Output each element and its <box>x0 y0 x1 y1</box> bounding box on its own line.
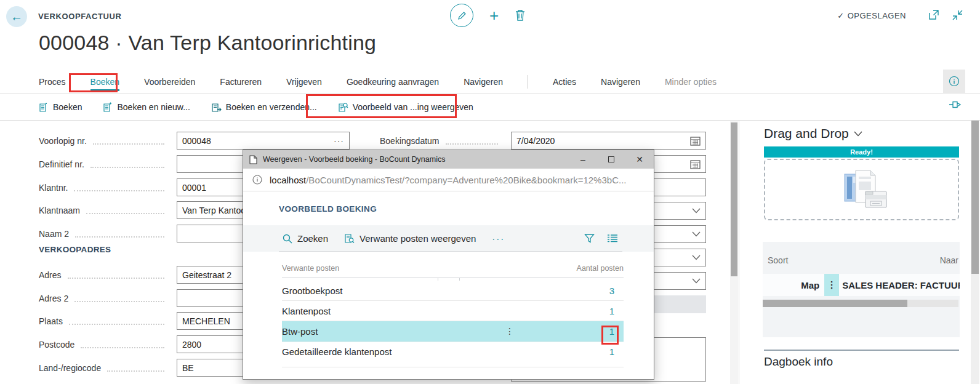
delete-button[interactable] <box>515 9 526 22</box>
field-label-naam-2: Naam 2 <box>39 225 169 242</box>
breadcrumb: VERKOOPFACTUUR <box>38 12 122 21</box>
field-label-adres: Adres <box>39 266 169 284</box>
col-soort: Soort <box>768 255 788 265</box>
action-boeken-en-nieuw[interactable]: Boeken en nieuw... <box>103 102 190 113</box>
assist-edit-button[interactable]: ··· <box>334 136 344 146</box>
mapping-table: Soort Naar Map ⋮ SALES HEADER: FACTUUR,0… <box>763 242 960 337</box>
plus-icon: + <box>489 6 499 25</box>
entry-count-link[interactable]: 1 <box>605 346 614 357</box>
entry-count-link[interactable]: 1 <box>605 326 614 337</box>
tab-factureren[interactable]: Factureren <box>220 71 262 92</box>
action-boeken[interactable]: Boeken <box>39 102 82 113</box>
post-send-doc-icon <box>211 102 222 113</box>
panel-scrollbar[interactable] <box>971 121 979 384</box>
popup-title: Weergeven - Voorbeeld boeking - BoCount … <box>263 155 445 164</box>
voorlopig-nr-input[interactable]: 000048 ··· <box>177 132 350 150</box>
row-menu-button[interactable]: ⋮ <box>824 274 839 296</box>
collapse-icon <box>952 10 963 20</box>
tab-voorbereiden[interactable]: Voorbereiden <box>144 71 195 92</box>
maximize-button[interactable] <box>597 150 625 169</box>
ellipsis-v-icon: ⋮ <box>827 279 837 290</box>
maximize-icon <box>608 156 614 162</box>
ribbon: Proces Boeken Voorbereiden Factureren Vr… <box>0 70 980 94</box>
table-header-line <box>282 278 624 278</box>
action-boeken-en-verzenden[interactable]: Boeken en verzenden... <box>211 102 317 113</box>
action-voorbeeld-weergeven[interactable]: Voorbeeld van ...ing weergeven <box>338 102 473 113</box>
dragdrop-header[interactable]: Drag and Drop <box>764 126 862 141</box>
table-row[interactable]: Gedetailleerde klantenpost 1 <box>282 342 624 362</box>
back-button[interactable]: ← <box>6 6 27 27</box>
ellipsis-v-icon: ⋮ <box>505 326 514 336</box>
field-label-voorlopig-nr: Voorlopig nr. <box>39 132 169 150</box>
new-button[interactable]: + <box>489 7 499 23</box>
mapping-row[interactable]: Map ⋮ SALES HEADER: FACTUUR,0... <box>763 274 960 296</box>
tab-proces[interactable]: Proces <box>39 71 66 92</box>
trash-icon <box>515 9 526 22</box>
popup-titlebar[interactable]: Weergeven - Voorbeeld boeking - BoCount … <box>243 150 654 169</box>
progress-bar <box>763 300 958 307</box>
panel-scrollbar-thumb[interactable] <box>971 121 979 274</box>
action-bar: Boeken Boeken en nieuw... Boeken en verz… <box>0 94 980 121</box>
chevron-down-icon <box>692 255 701 260</box>
open-in-window-button[interactable] <box>928 10 939 20</box>
tab-acties[interactable]: Acties <box>553 71 576 92</box>
popup-toolbar: Zoeken Verwante posten weergeven ··· <box>243 225 654 252</box>
tab-minder-opties[interactable]: Minder opties <box>665 71 717 92</box>
main-scrollbar-thumb[interactable] <box>731 122 737 276</box>
boekingsdatum-input[interactable]: 7/04/2020 <box>511 132 706 150</box>
calendar-icon[interactable] <box>690 136 701 146</box>
save-status-label: OPGESLAGEN <box>848 11 906 20</box>
field-label-boekingsdatum: Boekingsdatum <box>380 132 503 150</box>
filter-icon[interactable] <box>584 233 595 244</box>
list-view-icon[interactable] <box>607 234 618 243</box>
post-doc-icon <box>39 102 49 113</box>
mapping-type: Map <box>763 280 819 290</box>
page-title: 000048 · Van Terp Kantoorinrichting <box>39 31 376 55</box>
edit-button[interactable] <box>450 4 473 27</box>
ready-status-bar: Ready! <box>764 146 959 158</box>
field-label-klantnr: Klantnr. <box>39 178 169 196</box>
main-scrollbar[interactable] <box>730 121 738 384</box>
page-icon <box>249 155 257 164</box>
preview-posting-window: Weergeven - Voorbeeld boeking - BoCount … <box>243 150 654 380</box>
table-row[interactable]: Grootboekpost 3 <box>282 281 624 301</box>
pencil-icon <box>457 10 467 21</box>
save-status: ✓ OPGESLAGEN <box>837 11 906 20</box>
row-menu-button[interactable]: ⋮ <box>505 326 514 336</box>
calendar-icon[interactable] <box>690 159 701 169</box>
tab-boeken[interactable]: Boeken <box>90 71 119 92</box>
info-pane-button[interactable] <box>943 70 965 93</box>
mapping-target: SALES HEADER: FACTUUR,0... <box>842 280 960 290</box>
pin-icon <box>949 100 962 110</box>
entry-count-link[interactable]: 3 <box>605 286 614 296</box>
field-label-land-regiocode: Land-/regiocode <box>39 359 169 377</box>
show-related-entries-button[interactable]: Verwante posten weergeven <box>344 233 476 244</box>
more-options-button[interactable]: ··· <box>492 233 505 244</box>
col-verwante-posten: Verwante posten <box>282 264 339 273</box>
minimize-button[interactable]: – <box>569 150 597 169</box>
field-label-postcode: Postcode <box>39 335 169 353</box>
chevron-down-icon <box>854 131 862 137</box>
close-icon: ✕ <box>636 154 643 164</box>
tab-goedkeuring-aanvragen[interactable]: Goedkeuring aanvragen <box>347 71 439 92</box>
dropzone[interactable] <box>764 159 959 220</box>
tab-navigeren-2[interactable]: Navigeren <box>601 71 640 92</box>
chevron-down-icon <box>692 208 701 214</box>
tab-navigeren[interactable]: Navigeren <box>464 71 503 92</box>
entry-count-link[interactable]: 1 <box>605 306 614 316</box>
journal-info-title: Dagboek info <box>764 355 833 369</box>
tab-vrijgeven[interactable]: Vrijgeven <box>286 71 322 92</box>
files-illustration-icon <box>833 169 890 210</box>
site-info-icon[interactable] <box>252 175 262 185</box>
collapse-button[interactable] <box>952 10 963 20</box>
search-button[interactable]: Zoeken <box>283 233 328 244</box>
ribbon-divider <box>528 75 528 89</box>
table-row[interactable]: Klantenpost 1 <box>282 301 624 321</box>
close-button[interactable]: ✕ <box>625 150 654 169</box>
post-new-doc-icon <box>103 102 113 113</box>
popup-address-bar[interactable]: localhost/BoCountDynamicsTest/?company=A… <box>243 169 654 191</box>
table-row-selected[interactable]: Btw-post ⋮ 1 <box>282 321 624 342</box>
popup-page-heading: VOORBEELD BOEKING <box>279 204 377 214</box>
url-host: localhost <box>270 175 306 185</box>
pin-button[interactable] <box>949 100 962 110</box>
